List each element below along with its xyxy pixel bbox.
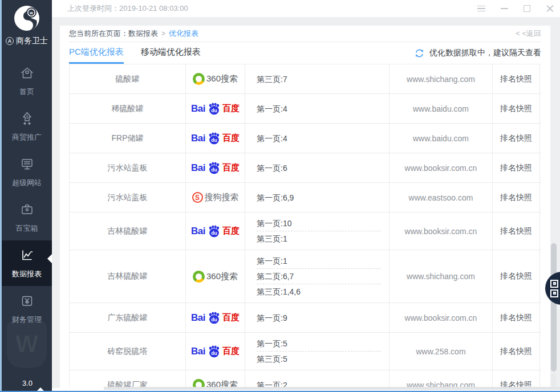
sidebar-item-home[interactable]: 首页: [2, 58, 52, 104]
baidu-latin: Bai: [191, 312, 205, 324]
snapshot-link[interactable]: 排名快照: [500, 226, 532, 236]
minimize-icon[interactable]: [500, 5, 509, 13]
brand-name: 商务卫士: [16, 36, 48, 46]
url-cell: www.booksir.com.cn: [389, 303, 493, 332]
upgrade-arrow-icon[interactable]: [36, 379, 45, 387]
rank-line: 第三页:1,4,6: [257, 284, 381, 299]
table-row: FRP储罐 Bai du 百度 第一页:4 www.baidu.com 排名快照: [69, 124, 541, 153]
snapshot-link[interactable]: 排名快照: [500, 346, 532, 357]
keyword-text: 污水站盖板: [108, 193, 148, 203]
sidebar-item-website[interactable]: 超级网站: [2, 149, 52, 195]
rank-line: 第一页:9: [257, 311, 381, 325]
snapshot-link[interactable]: 排名快照: [500, 163, 532, 173]
breadcrumb-current[interactable]: 优化报表: [169, 28, 198, 39]
bottom-scroll-strip: [104, 387, 560, 390]
snapshot-cell[interactable]: 排名快照: [493, 213, 540, 250]
baidu-logo: Bai du 百度: [191, 345, 240, 358]
snapshot-cell[interactable]: 排名快照: [493, 333, 540, 370]
sidebar-nav: 首页 商贸推广: [2, 58, 52, 332]
promotion-arrows-icon: [19, 111, 35, 128]
baidu-latin: Bai: [191, 346, 205, 357]
page-background: 您当前所在页面：数据报表 > 优化报表 < <返回 PC端优化报表 移动端优化报…: [52, 17, 560, 388]
close-icon[interactable]: [545, 5, 554, 13]
snapshot-link[interactable]: 排名快照: [500, 104, 532, 114]
svg-text:du: du: [211, 107, 217, 113]
maximize-icon[interactable]: [522, 5, 531, 13]
sogou-s-icon: S: [192, 192, 203, 203]
vertical-scrollbar-thumb[interactable]: [551, 243, 557, 371]
url-text: www.booksir.com.cn: [405, 227, 477, 236]
baidu-logo: Bai du 百度: [191, 103, 240, 115]
snapshot-link[interactable]: 排名快照: [500, 193, 532, 203]
snapshot-cell[interactable]: 排名快照: [493, 370, 540, 388]
baidu-paw-icon: du: [207, 103, 221, 115]
rank-line: 第一页:6,9: [257, 190, 381, 205]
rank-line: 第一页:4: [257, 131, 381, 146]
table-row: 硫酸罐厂家 360搜索 第一页:2 www.shichang.com 排名快照: [69, 370, 541, 388]
rank-cell: 第一页:6: [245, 153, 389, 182]
sidebar-item-label: 数据报表: [12, 269, 42, 279]
tabs-bar: PC端优化报表 移动端优化报表 优化数据抓取中，建议隔天查看: [69, 42, 541, 64]
table-row: 广东硫酸罐 Bai du 百度 第一页:9 www.booksir.com.cn…: [69, 303, 541, 333]
menu-icon[interactable]: [477, 5, 486, 13]
rank-line: 第三页:7: [257, 72, 381, 87]
window-left-border: [0, 0, 2, 392]
vertical-scrollbar-track: [551, 373, 557, 387]
engine-cell: 360搜索: [186, 64, 245, 93]
snapshot-link[interactable]: 排名快照: [500, 74, 532, 84]
baidu-cn-label: 百度: [222, 133, 240, 144]
rank-cell: 第一页:5第三页:5: [245, 333, 389, 370]
keyword-cell: 污水站盖板: [69, 183, 186, 212]
rank-line: 第一页:6: [257, 161, 381, 175]
url-cell: www.shichang.com: [389, 370, 493, 388]
snapshot-cell[interactable]: 排名快照: [493, 183, 540, 212]
rank-cell: 第三页:7: [245, 64, 389, 93]
keyword-text: 吉林硫酸罐: [108, 226, 148, 236]
snapshot-link[interactable]: 排名快照: [500, 313, 532, 323]
snapshot-cell[interactable]: 排名快照: [493, 153, 540, 182]
engine-cell: Bai du 百度: [186, 153, 245, 182]
rank-cell: 第一页:4: [245, 94, 389, 123]
360-label: 360搜索: [206, 271, 238, 282]
watermark-shield: W: [7, 320, 47, 368]
home-icon: [19, 66, 35, 83]
sidebar-item-promotion[interactable]: 商贸推广: [2, 104, 52, 149]
keyword-text: 稀硫酸罐: [112, 104, 144, 114]
rank-cell: 第一页:1第二页:6,7第三页:1,4,6: [245, 250, 389, 303]
baidu-cn-label: 百度: [222, 346, 240, 357]
version-upgrade[interactable]: 3.0: [2, 379, 52, 387]
sogou-logo: S 搜狗搜索: [192, 192, 239, 203]
sidebar-item-toolbox[interactable]: 百宝箱: [2, 195, 52, 240]
table-row: 稀硫酸罐 Bai du 百度 第一页:4 www.baidu.com 排名快照: [69, 94, 541, 124]
url-text: www.eastsoo.com: [409, 193, 473, 202]
snapshot-cell[interactable]: 排名快照: [493, 303, 540, 332]
back-link[interactable]: < <返回: [516, 28, 541, 39]
engine-cell: 360搜索: [186, 250, 245, 303]
snapshot-cell[interactable]: 排名快照: [493, 94, 540, 123]
snapshot-link[interactable]: 排名快照: [500, 271, 532, 281]
keyword-cell: FRP储罐: [69, 124, 186, 153]
url-cell: www.eastsoo.com: [389, 183, 493, 212]
tab-pc-report[interactable]: PC端优化报表: [69, 42, 124, 64]
table-row: 污水站盖板 S 搜狗搜索 第一页:6,9 www.eastsoo.com 排名快…: [69, 183, 541, 213]
baidu-latin: Bai: [191, 133, 205, 144]
rank-cell: 第一页:2: [245, 370, 389, 388]
url-text: www.booksir.com.cn: [405, 313, 477, 322]
baidu-cn-label: 百度: [222, 162, 240, 173]
app-window: w A 商务卫士 首页: [0, 0, 560, 392]
keyword-cell: 污水站盖板: [69, 153, 186, 182]
engine-cell: S 搜狗搜索: [186, 183, 245, 212]
svg-text:du: du: [211, 230, 217, 235]
snapshot-cell[interactable]: 排名快照: [493, 124, 540, 153]
titlebar: 上次登录时间：2019-10-21 08:03:00: [52, 0, 560, 17]
baidu-cn-label: 百度: [222, 312, 240, 323]
tab-mobile-report[interactable]: 移动端优化报表: [141, 42, 201, 64]
snapshot-link[interactable]: 排名快照: [500, 133, 532, 144]
engine-cell: Bai du 百度: [186, 333, 245, 370]
sidebar-item-reports[interactable]: 数据报表: [2, 240, 52, 286]
keyword-text: FRP储罐: [112, 133, 144, 144]
url-cell: www.booksir.com.cn: [389, 153, 493, 182]
rank-line: 第三页:5: [257, 352, 381, 366]
snapshot-cell[interactable]: 排名快照: [493, 64, 540, 93]
snapshot-cell[interactable]: 排名快照: [493, 250, 540, 303]
